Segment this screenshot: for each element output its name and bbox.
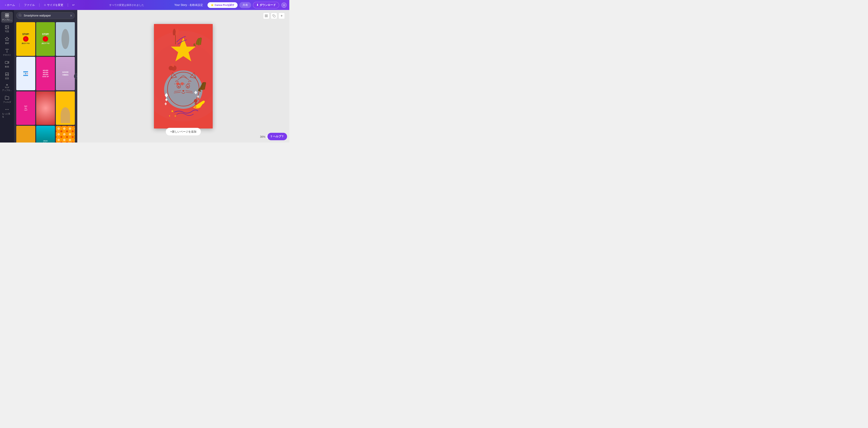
- resize-icon: ⊹: [44, 3, 46, 6]
- add-tool-button[interactable]: +: [278, 13, 285, 19]
- sidebar-item-more[interactable]: もっと見る: [1, 106, 13, 120]
- resize-button[interactable]: ⊹ サイズを変更: [41, 2, 66, 8]
- folder-icon: [5, 95, 9, 100]
- folder-label: フォルダ: [3, 101, 11, 104]
- share-button[interactable]: 共有: [239, 2, 251, 8]
- share-label: 共有: [243, 3, 248, 6]
- svg-marker-6: [5, 37, 9, 41]
- svg-point-9: [5, 109, 6, 110]
- templates-label: テンプレ...: [2, 18, 12, 21]
- template-item[interactable]: 👥👥👥👕👗👒👥👥👥: [16, 57, 35, 90]
- undo-button[interactable]: ↩: [70, 2, 77, 7]
- template-item[interactable]: DREAM.PLAN.DO.: [36, 126, 55, 143]
- svg-rect-13: [265, 15, 266, 16]
- clear-search-button[interactable]: ✕: [70, 14, 72, 18]
- canvas-toolbar: +: [263, 13, 285, 19]
- sidebar-item-text[interactable]: テキスト: [1, 47, 13, 58]
- template-item[interactable]: NEVERNEVERNEVERGIVE UP: [36, 57, 55, 90]
- svg-point-50: [197, 98, 200, 101]
- more-label: もっと見る: [2, 112, 12, 118]
- templates-panel: ✕ STOP! 🚫 歩きスマホ STOP! 🚫: [14, 10, 77, 143]
- more-icon: [5, 107, 9, 112]
- video-label: 動画: [5, 65, 9, 68]
- svg-point-11: [8, 109, 8, 110]
- download-dropdown-button[interactable]: ▾: [281, 2, 287, 8]
- home-button[interactable]: ‹ ホーム: [3, 2, 17, 8]
- search-input[interactable]: [16, 12, 75, 19]
- canvas-area: +: [77, 10, 289, 143]
- svg-point-49: [194, 99, 197, 103]
- upload-label: アップロ...: [2, 89, 12, 92]
- svg-rect-15: [265, 16, 266, 17]
- template-item[interactable]: STOP! 🚫 歩きスマホ: [16, 22, 35, 56]
- video-icon: [5, 60, 9, 65]
- template-grid: STOP! 🚫 歩きスマホ STOP! 🚫 歩きスマホ: [14, 21, 77, 143]
- help-button[interactable]: ? ヘルプ？: [268, 133, 287, 140]
- zoom-level: 36%: [260, 135, 266, 138]
- help-icon: ?: [271, 135, 272, 138]
- template-item[interactable]: GOODVIBES: [56, 57, 75, 90]
- search-box: ✕: [16, 12, 75, 19]
- upload-icon: [5, 84, 9, 88]
- sidebar-item-elements[interactable]: 素材: [1, 35, 13, 46]
- chevron-left-icon: ‹: [5, 3, 6, 6]
- template-item[interactable]: STOP! 🚫 歩きスマホ: [36, 22, 55, 56]
- template-item[interactable]: [16, 126, 35, 143]
- search-icon: [19, 13, 22, 18]
- sidebar-item-background[interactable]: 背景: [1, 70, 13, 81]
- photos-label: 写真: [5, 30, 9, 33]
- canva-pro-label: Canva Proを試す: [215, 3, 235, 7]
- file-label: ファイル: [24, 3, 35, 7]
- template-icon: [5, 13, 9, 18]
- add-page-button[interactable]: +新しいページを追加: [165, 128, 201, 136]
- sidebar-item-video[interactable]: 動画: [1, 59, 13, 70]
- download-label: ダウンロード: [259, 3, 276, 7]
- svg-rect-1: [7, 14, 9, 16]
- star-icon: ⭐: [211, 4, 214, 6]
- saved-status: すべての変更は保存されました: [81, 3, 173, 7]
- svg-text:★: ★: [171, 109, 174, 113]
- svg-point-12: [19, 14, 21, 16]
- svg-rect-2: [5, 16, 7, 17]
- template-item[interactable]: [56, 126, 75, 143]
- svg-point-10: [7, 109, 7, 110]
- sidebar-item-templates[interactable]: テンプレ...: [1, 12, 13, 23]
- text-label: テキスト: [3, 54, 11, 57]
- template-item[interactable]: [56, 22, 75, 56]
- resize-label: サイズを変更: [47, 3, 63, 7]
- svg-point-25: [168, 66, 173, 70]
- sidebar-item-photos[interactable]: 写真: [1, 24, 13, 34]
- add-page-label: +新しいページを追加: [170, 130, 196, 133]
- template-item[interactable]: [56, 91, 75, 125]
- separator3: |: [67, 3, 68, 7]
- svg-rect-7: [5, 61, 8, 63]
- download-button[interactable]: ⬇ ダウンロード: [253, 2, 279, 8]
- svg-rect-14: [267, 15, 268, 16]
- separator: |: [19, 3, 20, 7]
- svg-rect-16: [267, 16, 268, 17]
- undo-icon: ↩: [72, 3, 74, 6]
- sidebar-item-upload[interactable]: アップロ...: [1, 82, 13, 93]
- main-layout: テンプレ... 写真 素材 テキスト 動画: [0, 10, 289, 143]
- elements-label: 素材: [5, 42, 9, 45]
- photo-icon: [5, 25, 9, 29]
- copy-tool-button[interactable]: [271, 13, 277, 19]
- sidebar-item-folder[interactable]: フォルダ: [1, 94, 13, 105]
- plus-icon: +: [281, 14, 283, 18]
- svg-point-51: [195, 103, 197, 105]
- template-item[interactable]: fightlikea girl: [16, 91, 35, 125]
- chevron-down-icon: ▾: [283, 4, 285, 6]
- frame-tool-button[interactable]: [263, 13, 270, 19]
- svg-rect-17: [274, 16, 275, 17]
- canva-pro-button[interactable]: ⭐ Canva Proを試す: [208, 2, 238, 8]
- background-label: 背景: [5, 77, 9, 80]
- svg-rect-3: [7, 16, 9, 17]
- template-item[interactable]: [36, 91, 55, 125]
- tiger-illustration: ★ ★ ✦: [154, 24, 213, 129]
- svg-text:✦: ✦: [168, 115, 170, 117]
- download-icon: ⬇: [256, 3, 258, 6]
- design-canvas[interactable]: ★ ★ ✦: [154, 24, 213, 129]
- file-button[interactable]: ファイル: [22, 2, 37, 8]
- element-icon: [5, 37, 9, 41]
- home-label: ホーム: [7, 3, 15, 7]
